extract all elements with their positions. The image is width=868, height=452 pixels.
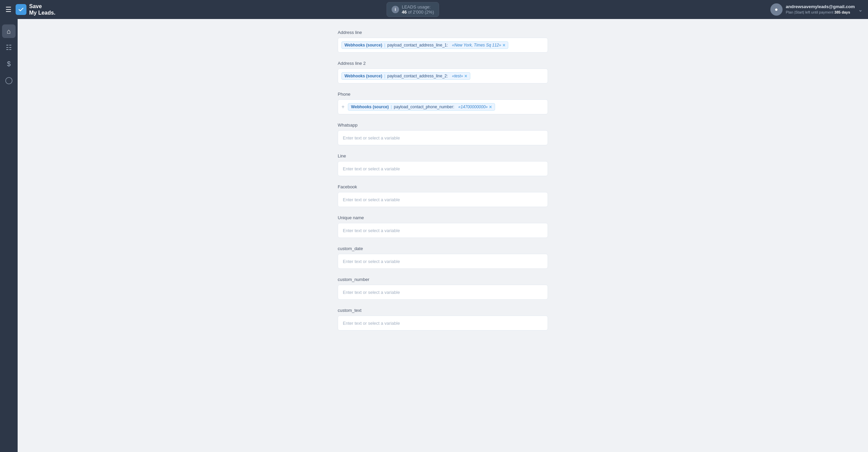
user-plan: Plan |Start| left until payment 385 days <box>786 10 855 15</box>
field-input-facebook[interactable] <box>338 192 548 207</box>
sidebar: ⌂ ☷ $ ◯ <box>0 19 18 452</box>
chip-close-icon[interactable]: × <box>489 105 492 109</box>
field-input-custom-number[interactable] <box>338 285 548 300</box>
leads-usage-area: i LEADS usage: 46 of 2'000 (2%) <box>387 2 439 17</box>
field-group-phone: Phone + Webhooks (source) | payload_cont… <box>338 92 548 114</box>
leads-usage-badge: i LEADS usage: 46 of 2'000 (2%) <box>387 2 439 17</box>
field-label-custom-date: custom_date <box>338 246 548 251</box>
leads-usage-text: LEADS usage: 46 of 2'000 (2%) <box>402 4 434 15</box>
nav-left: ☰ Save My Leads. <box>5 3 55 16</box>
sidebar-item-home[interactable]: ⌂ <box>2 24 16 38</box>
chip-close-icon[interactable]: × <box>465 74 467 78</box>
field-group-unique-name: Unique name <box>338 215 548 238</box>
hamburger-icon[interactable]: ☰ <box>5 5 12 14</box>
top-navigation: ☰ Save My Leads. i LEADS usage: 46 of 2'… <box>0 0 868 19</box>
field-input-custom-text[interactable] <box>338 316 548 331</box>
field-label-address-line: Address line <box>338 30 548 35</box>
field-label-address-line-2: Address line 2 <box>338 61 548 66</box>
field-input-address-line-2[interactable]: Webhooks (source) | payload_contact_addr… <box>338 69 548 83</box>
sidebar-item-grid[interactable]: ☷ <box>2 41 16 54</box>
chevron-down-icon[interactable]: ⌄ <box>858 6 863 13</box>
field-label-whatsapp: Whatsapp <box>338 123 548 128</box>
field-label-phone: Phone <box>338 92 548 97</box>
field-input-address-line[interactable]: Webhooks (source) | payload_contact_addr… <box>338 38 548 53</box>
form-container: Address line Webhooks (source) | payload… <box>338 30 548 331</box>
field-group-custom-date: custom_date <box>338 246 548 269</box>
avatar: ● <box>770 3 783 16</box>
field-input-phone[interactable]: + Webhooks (source) | payload_contact_ph… <box>338 99 548 114</box>
field-group-address-line: Address line Webhooks (source) | payload… <box>338 30 548 53</box>
brand-logo <box>16 4 26 15</box>
brand-logo-area: Save My Leads. <box>16 3 55 16</box>
field-input-whatsapp[interactable] <box>338 130 548 145</box>
checkmark-icon <box>18 6 24 13</box>
field-group-custom-text: custom_text <box>338 308 548 331</box>
user-area: ● andrewsavemyleads@gmail.com Plan |Star… <box>770 3 863 16</box>
field-input-custom-date[interactable] <box>338 254 548 269</box>
field-label-facebook: Facebook <box>338 184 548 189</box>
field-input-line[interactable] <box>338 161 548 176</box>
sidebar-item-account[interactable]: ◯ <box>2 73 16 87</box>
field-label-unique-name: Unique name <box>338 215 548 220</box>
chip-phone[interactable]: Webhooks (source) | payload_contact_phon… <box>348 103 495 111</box>
field-group-facebook: Facebook <box>338 184 548 207</box>
chip-close-icon[interactable]: × <box>502 43 505 48</box>
field-group-custom-number: custom_number <box>338 277 548 300</box>
field-label-custom-number: custom_number <box>338 277 548 282</box>
main-content: Address line Webhooks (source) | payload… <box>18 19 868 452</box>
field-group-whatsapp: Whatsapp <box>338 123 548 145</box>
chip-address-line-1[interactable]: Webhooks (source) | payload_contact_addr… <box>341 41 508 49</box>
field-group-address-line-2: Address line 2 Webhooks (source) | paylo… <box>338 61 548 83</box>
field-label-custom-text: custom_text <box>338 308 548 313</box>
chip-address-line-2[interactable]: Webhooks (source) | payload_contact_addr… <box>341 72 470 80</box>
user-email: andrewsavemyleads@gmail.com <box>786 4 855 10</box>
user-info: andrewsavemyleads@gmail.com Plan |Start|… <box>786 4 855 15</box>
plus-icon: + <box>341 104 344 110</box>
info-icon: i <box>392 6 399 13</box>
field-group-line: Line <box>338 153 548 176</box>
field-label-line: Line <box>338 153 548 158</box>
sidebar-item-billing[interactable]: $ <box>2 57 16 71</box>
field-input-unique-name[interactable] <box>338 223 548 238</box>
brand-name: Save My Leads. <box>29 3 55 16</box>
